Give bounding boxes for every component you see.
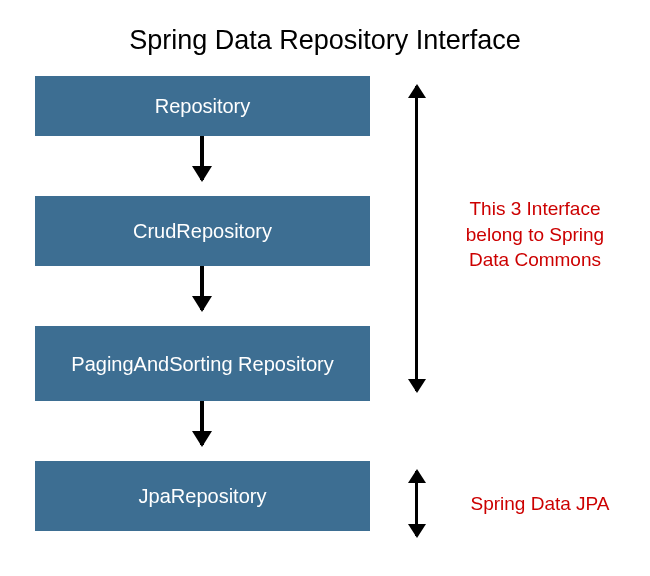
box-paging-sorting-repository: PagingAndSorting Repository	[35, 326, 370, 401]
diagram-title: Spring Data Repository Interface	[0, 0, 650, 76]
box-repository: Repository	[35, 76, 370, 136]
box-label: JpaRepository	[139, 483, 267, 509]
arrow-down-icon	[200, 266, 204, 310]
diagram-container: Repository CrudRepository PagingAndSorti…	[0, 76, 650, 576]
bracket-arrow-icon	[415, 86, 418, 391]
annotation-commons: This 3 Interface belong to Spring Data C…	[450, 196, 620, 273]
arrow-down-icon	[200, 136, 204, 180]
bracket-arrow-icon	[415, 471, 418, 536]
box-jpa-repository: JpaRepository	[35, 461, 370, 531]
arrow-down-icon	[200, 401, 204, 445]
box-label: CrudRepository	[133, 218, 272, 244]
box-label: Repository	[155, 93, 251, 119]
annotation-jpa: Spring Data JPA	[460, 491, 620, 517]
box-label: PagingAndSorting Repository	[71, 351, 333, 377]
box-crud-repository: CrudRepository	[35, 196, 370, 266]
